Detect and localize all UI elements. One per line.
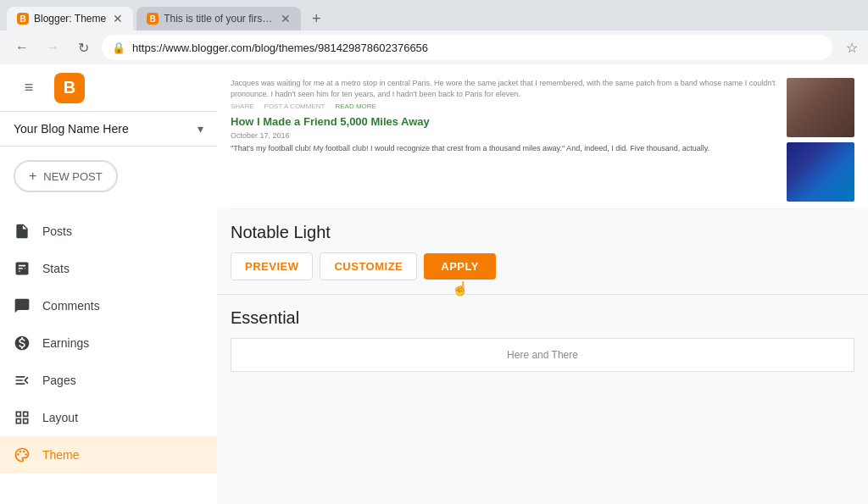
url-bar[interactable]: 🔒 https://www.blogger.com/blog/themes/98… xyxy=(102,35,832,60)
tab-favicon-2: B xyxy=(147,13,159,25)
plus-icon: + xyxy=(29,169,36,184)
sidebar-item-layout-label: Layout xyxy=(42,411,78,424)
notable-light-section: Notable Light PREVIEW CUSTOMIZE APPLY ☝ xyxy=(217,209,868,280)
notable-light-name: Notable Light xyxy=(231,223,854,242)
sidebar: ≡ B Your Blog Name Here ▾ + NEW POST xyxy=(0,64,217,504)
app-layout: ≡ B Your Blog Name Here ▾ + NEW POST xyxy=(0,64,868,504)
sidebar-item-theme-label: Theme xyxy=(42,448,80,462)
tab-close-2[interactable]: ✕ xyxy=(281,12,291,25)
stats-icon xyxy=(14,260,31,277)
new-tab-button[interactable]: + xyxy=(304,7,328,30)
browser-chrome: B Blogger: Theme ✕ B This is title of yo… xyxy=(0,0,868,64)
svg-rect-1 xyxy=(20,269,23,274)
preview-image-paris xyxy=(787,78,854,137)
bookmark-icon[interactable]: ☆ xyxy=(846,40,858,56)
blogger-logo: B xyxy=(54,73,85,103)
essential-section-name: Essential xyxy=(231,308,854,328)
sidebar-item-posts[interactable]: Posts xyxy=(0,213,217,250)
sidebar-item-earnings[interactable]: Earnings xyxy=(0,324,217,362)
blog-name: Your Blog Name Here xyxy=(14,122,198,136)
svg-point-5 xyxy=(19,451,22,453)
apply-button-container: APPLY ☝ xyxy=(424,253,496,280)
comments-icon xyxy=(14,297,31,314)
tab-bar: B Blogger: Theme ✕ B This is title of yo… xyxy=(0,0,868,30)
preview-post-2-body: "That's my football club! My football cl… xyxy=(231,143,776,154)
svg-rect-3 xyxy=(25,265,27,274)
tab-blogger-theme[interactable]: B Blogger: Theme ✕ xyxy=(7,7,133,30)
preview-image-globe xyxy=(787,142,854,202)
customize-button[interactable]: CUSTOMIZE xyxy=(320,252,417,280)
preview-meta-row: SHARE POST A COMMENT READ MORE xyxy=(231,102,776,110)
back-button[interactable]: ← xyxy=(10,36,34,59)
preview-post-2-title: How I Made a Friend 5,000 Miles Away xyxy=(231,115,776,128)
preview-share: SHARE xyxy=(231,102,254,110)
lock-icon: 🔒 xyxy=(112,42,125,54)
preview-body-excerpt: Jacques was waiting for me at a metro st… xyxy=(231,78,776,99)
blog-preview-area: Jacques was waiting for me at a metro st… xyxy=(217,64,868,209)
svg-point-7 xyxy=(25,453,27,456)
sidebar-nav: Posts Stats xyxy=(0,206,217,480)
hamburger-icon: ≡ xyxy=(25,79,34,97)
address-bar: ← → ↻ 🔒 https://www.blogger.com/blog/the… xyxy=(0,30,868,64)
sidebar-item-stats[interactable]: Stats xyxy=(0,250,217,287)
forward-button[interactable]: → xyxy=(41,36,64,59)
tab-close-1[interactable]: ✕ xyxy=(113,12,123,25)
svg-point-4 xyxy=(17,453,19,456)
essential-preview-text: Here and There xyxy=(507,349,578,361)
sidebar-item-earnings-label: Earnings xyxy=(42,336,89,350)
blog-dropdown-icon: ▾ xyxy=(198,122,203,136)
preview-post-comment: POST A COMMENT xyxy=(264,102,326,110)
preview-read-more: READ MORE xyxy=(335,102,376,110)
theme-actions: PREVIEW CUSTOMIZE APPLY ☝ xyxy=(231,252,854,280)
tab-favicon-1: B xyxy=(17,13,29,25)
new-post-button[interactable]: + NEW POST xyxy=(14,160,118,192)
svg-point-6 xyxy=(23,451,25,453)
new-post-label: NEW POST xyxy=(43,170,102,183)
preview-image-globe-bg xyxy=(787,142,854,202)
apply-button[interactable]: APPLY xyxy=(424,253,496,280)
new-post-container: + NEW POST xyxy=(0,147,217,206)
main-content: Jacques was waiting for me at a metro st… xyxy=(217,64,868,504)
tab-title-1: Blogger: Theme xyxy=(34,13,106,25)
sidebar-item-pages-label: Pages xyxy=(42,374,76,387)
svg-rect-0 xyxy=(17,271,19,274)
svg-rect-2 xyxy=(23,267,25,274)
refresh-button[interactable]: ↻ xyxy=(71,36,95,59)
sidebar-item-theme[interactable]: Theme xyxy=(0,436,217,474)
preview-images xyxy=(787,78,854,202)
preview-post-2-block: How I Made a Friend 5,000 Miles Away Oct… xyxy=(231,115,776,154)
sidebar-item-comments-label: Comments xyxy=(42,299,100,313)
preview-button[interactable]: PREVIEW xyxy=(231,252,313,280)
sidebar-item-comments[interactable]: Comments xyxy=(0,287,217,324)
earnings-icon xyxy=(14,335,31,352)
hamburger-button[interactable]: ≡ xyxy=(14,73,44,103)
tab-title-2: This is title of your first post xyxy=(164,13,274,25)
sidebar-item-posts-label: Posts xyxy=(42,224,72,238)
url-text: https://www.blogger.com/blog/themes/9814… xyxy=(132,42,822,54)
preview-post-1: Jacques was waiting for me at a metro st… xyxy=(231,71,854,209)
essential-preview: Here and There xyxy=(231,338,854,372)
preview-image-paris-bg xyxy=(787,78,854,137)
preview-post-2-date: October 17, 2016 xyxy=(231,131,776,140)
sidebar-item-pages[interactable]: Pages xyxy=(0,362,217,399)
blog-selector[interactable]: Your Blog Name Here ▾ xyxy=(0,112,217,147)
preview-text-block-1: Jacques was waiting for me at a metro st… xyxy=(231,78,776,202)
sidebar-item-layout[interactable]: Layout xyxy=(0,399,217,436)
tab-first-post[interactable]: B This is title of your first post ✕ xyxy=(136,7,301,30)
sidebar-header: ≡ B xyxy=(0,64,217,112)
theme-icon xyxy=(14,446,31,463)
essential-section: Essential Here and There xyxy=(217,295,868,385)
sidebar-item-stats-label: Stats xyxy=(42,262,70,275)
posts-icon xyxy=(14,223,31,240)
pages-icon xyxy=(14,372,31,389)
logo-text: B xyxy=(64,78,75,97)
layout-icon xyxy=(14,409,31,426)
